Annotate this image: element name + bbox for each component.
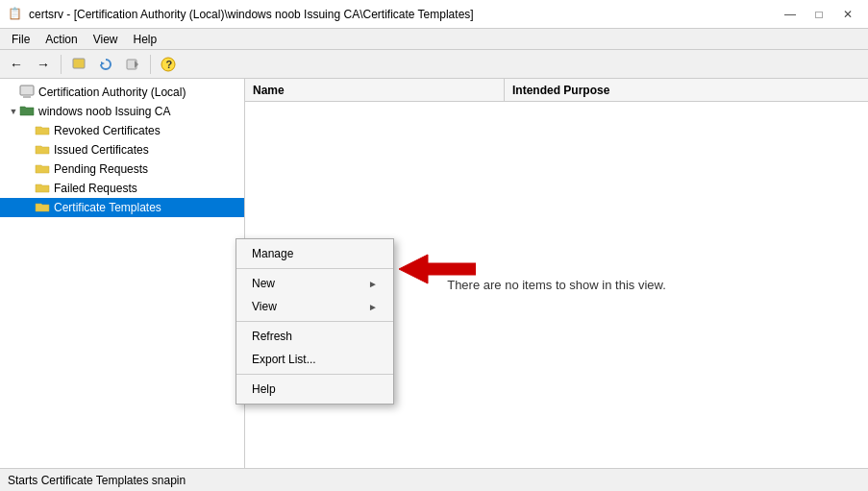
maximize-button[interactable]: □ (806, 5, 831, 24)
close-button[interactable]: ✕ (835, 5, 860, 24)
tree-failed-label: Failed Requests (54, 182, 137, 195)
tree-item-issued[interactable]: Issued Certificates (0, 140, 244, 160)
svg-rect-7 (23, 96, 31, 98)
folder-icon-revoked (35, 122, 50, 140)
tree-item-revoked[interactable]: Revoked Certificates (0, 121, 244, 140)
ctx-item-view[interactable]: View ► (236, 295, 393, 318)
ctx-item-new[interactable]: New ► (236, 272, 393, 295)
title-bar-left: 📋 certsrv - [Certification Authority (Lo… (8, 7, 474, 22)
tree-pending-label: Pending Requests (54, 162, 148, 176)
status-text: Starts Certificate Templates snapin (8, 474, 186, 487)
tree-revoked-label: Revoked Certificates (54, 124, 161, 137)
computer-icon (19, 84, 35, 102)
svg-rect-6 (20, 86, 34, 95)
forward-button[interactable]: → (31, 53, 56, 76)
menu-action[interactable]: Action (37, 29, 85, 50)
folder-icon-failed (35, 180, 50, 198)
ctx-arrow-view: ► (368, 302, 378, 312)
ctx-arrow-new: ► (368, 279, 378, 289)
menu-view[interactable]: View (86, 29, 126, 50)
tree-issued-label: Issued Certificates (54, 143, 149, 157)
ctx-item-refresh[interactable]: Refresh (236, 325, 393, 348)
menu-file[interactable]: File (4, 29, 37, 50)
folder-icon-pending (35, 160, 50, 179)
menu-bar: File Action View Help (0, 29, 868, 50)
context-menu: Manage New ► View ► Refresh Export List.… (236, 238, 394, 405)
folder-icon-issued (35, 141, 50, 160)
main-area: Certification Authority (Local) ▼ window… (0, 79, 868, 468)
toolbar-separator-2 (150, 55, 151, 74)
app-icon: 📋 (8, 7, 23, 22)
ctx-separator-2 (236, 321, 393, 322)
title-bar-controls: — □ ✕ (778, 5, 860, 24)
column-name: Name (245, 79, 505, 101)
svg-rect-0 (73, 59, 85, 68)
refresh-button[interactable] (93, 53, 118, 76)
tree-ca-label: windows noob Issuing CA (38, 105, 170, 118)
ctx-separator-3 (236, 374, 393, 375)
tree-item-templates[interactable]: Certificate Templates (0, 198, 244, 217)
up-button[interactable] (66, 53, 91, 76)
tree-arrow-ca: ▼ (8, 107, 19, 116)
toolbar-separator-1 (61, 55, 62, 74)
status-bar: Starts Certificate Templates snapin (0, 468, 868, 491)
back-button[interactable]: ← (4, 53, 29, 76)
minimize-button[interactable]: — (778, 5, 803, 24)
tree-item-ca[interactable]: ▼ windows noob Issuing CA (0, 102, 244, 121)
ctx-item-manage[interactable]: Manage (236, 242, 393, 265)
svg-text:?: ? (166, 59, 173, 70)
ctx-item-export[interactable]: Export List... (236, 348, 393, 371)
ctx-item-help[interactable]: Help (236, 378, 393, 401)
export-button[interactable] (120, 53, 145, 76)
tree-item-root[interactable]: Certification Authority (Local) (0, 83, 244, 102)
sidebar: Certification Authority (Local) ▼ window… (0, 79, 245, 468)
tree-item-pending[interactable]: Pending Requests (0, 160, 244, 179)
folder-icon-templates (35, 199, 50, 217)
ca-icon (19, 103, 35, 121)
svg-marker-1 (101, 61, 105, 65)
menu-help[interactable]: Help (126, 29, 165, 50)
column-purpose: Intended Purpose (505, 84, 868, 97)
toolbar: ← → ? (0, 50, 868, 79)
ctx-separator-1 (236, 268, 393, 269)
help-button[interactable]: ? (156, 53, 181, 76)
title-bar: 📋 certsrv - [Certification Authority (Lo… (0, 0, 868, 29)
title-text: certsrv - [Certification Authority (Loca… (29, 8, 474, 21)
tree-item-failed[interactable]: Failed Requests (0, 179, 244, 198)
tree-root-label: Certification Authority (Local) (38, 86, 186, 99)
tree-templates-label: Certificate Templates (54, 201, 161, 214)
content-header: Name Intended Purpose (245, 79, 868, 102)
